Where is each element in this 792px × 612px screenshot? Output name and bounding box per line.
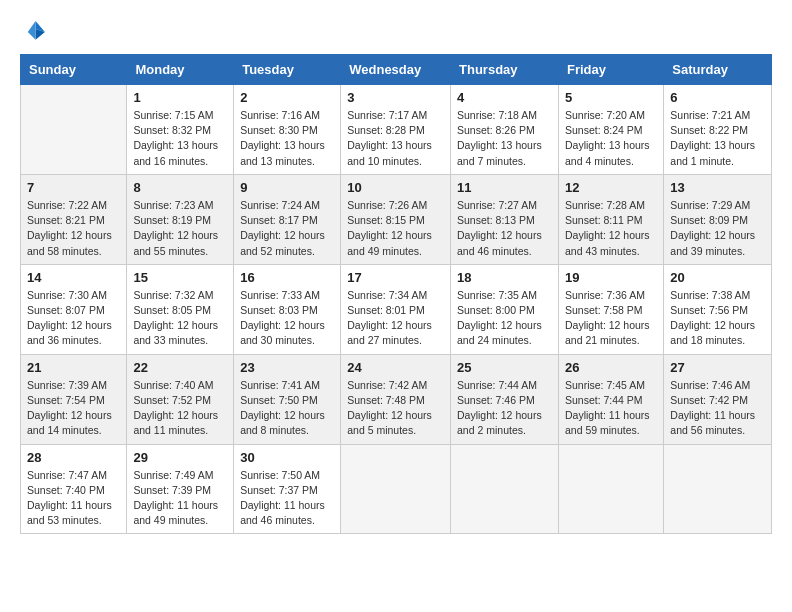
day-info: Sunrise: 7:22 AMSunset: 8:21 PMDaylight:… [27, 198, 120, 259]
day-info: Sunrise: 7:46 AMSunset: 7:42 PMDaylight:… [670, 378, 765, 439]
day-number: 7 [27, 180, 120, 195]
day-number: 27 [670, 360, 765, 375]
calendar-cell: 16Sunrise: 7:33 AMSunset: 8:03 PMDayligh… [234, 264, 341, 354]
day-info: Sunrise: 7:27 AMSunset: 8:13 PMDaylight:… [457, 198, 552, 259]
calendar-cell: 2Sunrise: 7:16 AMSunset: 8:30 PMDaylight… [234, 85, 341, 175]
day-info: Sunrise: 7:42 AMSunset: 7:48 PMDaylight:… [347, 378, 444, 439]
calendar-header-wednesday: Wednesday [341, 55, 451, 85]
calendar-cell: 28Sunrise: 7:47 AMSunset: 7:40 PMDayligh… [21, 444, 127, 534]
day-number: 25 [457, 360, 552, 375]
calendar-cell [664, 444, 772, 534]
day-info: Sunrise: 7:50 AMSunset: 7:37 PMDaylight:… [240, 468, 334, 529]
day-number: 9 [240, 180, 334, 195]
day-info: Sunrise: 7:36 AMSunset: 7:58 PMDaylight:… [565, 288, 657, 349]
day-info: Sunrise: 7:34 AMSunset: 8:01 PMDaylight:… [347, 288, 444, 349]
calendar-header-thursday: Thursday [451, 55, 559, 85]
day-info: Sunrise: 7:44 AMSunset: 7:46 PMDaylight:… [457, 378, 552, 439]
day-info: Sunrise: 7:29 AMSunset: 8:09 PMDaylight:… [670, 198, 765, 259]
day-info: Sunrise: 7:18 AMSunset: 8:26 PMDaylight:… [457, 108, 552, 169]
calendar-header-tuesday: Tuesday [234, 55, 341, 85]
calendar-cell: 26Sunrise: 7:45 AMSunset: 7:44 PMDayligh… [558, 354, 663, 444]
day-info: Sunrise: 7:24 AMSunset: 8:17 PMDaylight:… [240, 198, 334, 259]
day-info: Sunrise: 7:40 AMSunset: 7:52 PMDaylight:… [133, 378, 227, 439]
day-info: Sunrise: 7:17 AMSunset: 8:28 PMDaylight:… [347, 108, 444, 169]
day-number: 20 [670, 270, 765, 285]
calendar-week-row: 7Sunrise: 7:22 AMSunset: 8:21 PMDaylight… [21, 174, 772, 264]
calendar-cell: 24Sunrise: 7:42 AMSunset: 7:48 PMDayligh… [341, 354, 451, 444]
day-number: 16 [240, 270, 334, 285]
calendar-header-sunday: Sunday [21, 55, 127, 85]
day-info: Sunrise: 7:28 AMSunset: 8:11 PMDaylight:… [565, 198, 657, 259]
calendar-cell: 5Sunrise: 7:20 AMSunset: 8:24 PMDaylight… [558, 85, 663, 175]
calendar-cell: 11Sunrise: 7:27 AMSunset: 8:13 PMDayligh… [451, 174, 559, 264]
day-number: 21 [27, 360, 120, 375]
day-number: 18 [457, 270, 552, 285]
day-info: Sunrise: 7:16 AMSunset: 8:30 PMDaylight:… [240, 108, 334, 169]
calendar-header-saturday: Saturday [664, 55, 772, 85]
day-number: 11 [457, 180, 552, 195]
calendar-cell: 1Sunrise: 7:15 AMSunset: 8:32 PMDaylight… [127, 85, 234, 175]
calendar-cell: 19Sunrise: 7:36 AMSunset: 7:58 PMDayligh… [558, 264, 663, 354]
calendar-cell: 12Sunrise: 7:28 AMSunset: 8:11 PMDayligh… [558, 174, 663, 264]
calendar-cell: 13Sunrise: 7:29 AMSunset: 8:09 PMDayligh… [664, 174, 772, 264]
day-info: Sunrise: 7:41 AMSunset: 7:50 PMDaylight:… [240, 378, 334, 439]
calendar-cell [558, 444, 663, 534]
calendar-week-row: 14Sunrise: 7:30 AMSunset: 8:07 PMDayligh… [21, 264, 772, 354]
calendar-cell: 25Sunrise: 7:44 AMSunset: 7:46 PMDayligh… [451, 354, 559, 444]
calendar-cell: 18Sunrise: 7:35 AMSunset: 8:00 PMDayligh… [451, 264, 559, 354]
calendar-cell: 27Sunrise: 7:46 AMSunset: 7:42 PMDayligh… [664, 354, 772, 444]
day-info: Sunrise: 7:20 AMSunset: 8:24 PMDaylight:… [565, 108, 657, 169]
day-number: 6 [670, 90, 765, 105]
calendar-cell: 14Sunrise: 7:30 AMSunset: 8:07 PMDayligh… [21, 264, 127, 354]
day-number: 2 [240, 90, 334, 105]
day-info: Sunrise: 7:47 AMSunset: 7:40 PMDaylight:… [27, 468, 120, 529]
day-info: Sunrise: 7:33 AMSunset: 8:03 PMDaylight:… [240, 288, 334, 349]
calendar-cell: 10Sunrise: 7:26 AMSunset: 8:15 PMDayligh… [341, 174, 451, 264]
calendar-cell: 7Sunrise: 7:22 AMSunset: 8:21 PMDaylight… [21, 174, 127, 264]
calendar-cell: 15Sunrise: 7:32 AMSunset: 8:05 PMDayligh… [127, 264, 234, 354]
day-number: 15 [133, 270, 227, 285]
calendar-table: SundayMondayTuesdayWednesdayThursdayFrid… [20, 54, 772, 534]
header [20, 18, 772, 46]
day-info: Sunrise: 7:45 AMSunset: 7:44 PMDaylight:… [565, 378, 657, 439]
calendar-cell: 30Sunrise: 7:50 AMSunset: 7:37 PMDayligh… [234, 444, 341, 534]
day-number: 14 [27, 270, 120, 285]
calendar-header-row: SundayMondayTuesdayWednesdayThursdayFrid… [21, 55, 772, 85]
day-number: 23 [240, 360, 334, 375]
day-info: Sunrise: 7:15 AMSunset: 8:32 PMDaylight:… [133, 108, 227, 169]
calendar-cell: 20Sunrise: 7:38 AMSunset: 7:56 PMDayligh… [664, 264, 772, 354]
svg-marker-2 [28, 21, 36, 40]
calendar-header-monday: Monday [127, 55, 234, 85]
calendar-cell: 22Sunrise: 7:40 AMSunset: 7:52 PMDayligh… [127, 354, 234, 444]
calendar-week-row: 1Sunrise: 7:15 AMSunset: 8:32 PMDaylight… [21, 85, 772, 175]
calendar-week-row: 28Sunrise: 7:47 AMSunset: 7:40 PMDayligh… [21, 444, 772, 534]
day-info: Sunrise: 7:21 AMSunset: 8:22 PMDaylight:… [670, 108, 765, 169]
day-number: 19 [565, 270, 657, 285]
day-info: Sunrise: 7:35 AMSunset: 8:00 PMDaylight:… [457, 288, 552, 349]
day-info: Sunrise: 7:49 AMSunset: 7:39 PMDaylight:… [133, 468, 227, 529]
day-number: 1 [133, 90, 227, 105]
day-info: Sunrise: 7:23 AMSunset: 8:19 PMDaylight:… [133, 198, 227, 259]
calendar-cell: 4Sunrise: 7:18 AMSunset: 8:26 PMDaylight… [451, 85, 559, 175]
day-number: 4 [457, 90, 552, 105]
calendar-cell: 3Sunrise: 7:17 AMSunset: 8:28 PMDaylight… [341, 85, 451, 175]
calendar-cell: 23Sunrise: 7:41 AMSunset: 7:50 PMDayligh… [234, 354, 341, 444]
day-number: 24 [347, 360, 444, 375]
calendar-cell: 8Sunrise: 7:23 AMSunset: 8:19 PMDaylight… [127, 174, 234, 264]
day-number: 26 [565, 360, 657, 375]
calendar-cell: 9Sunrise: 7:24 AMSunset: 8:17 PMDaylight… [234, 174, 341, 264]
day-info: Sunrise: 7:30 AMSunset: 8:07 PMDaylight:… [27, 288, 120, 349]
day-info: Sunrise: 7:32 AMSunset: 8:05 PMDaylight:… [133, 288, 227, 349]
calendar-cell: 17Sunrise: 7:34 AMSunset: 8:01 PMDayligh… [341, 264, 451, 354]
calendar-cell: 6Sunrise: 7:21 AMSunset: 8:22 PMDaylight… [664, 85, 772, 175]
day-number: 13 [670, 180, 765, 195]
calendar-cell: 21Sunrise: 7:39 AMSunset: 7:54 PMDayligh… [21, 354, 127, 444]
logo [20, 18, 52, 46]
day-number: 30 [240, 450, 334, 465]
day-number: 10 [347, 180, 444, 195]
day-info: Sunrise: 7:38 AMSunset: 7:56 PMDaylight:… [670, 288, 765, 349]
day-number: 5 [565, 90, 657, 105]
calendar-header-friday: Friday [558, 55, 663, 85]
calendar-week-row: 21Sunrise: 7:39 AMSunset: 7:54 PMDayligh… [21, 354, 772, 444]
day-number: 28 [27, 450, 120, 465]
